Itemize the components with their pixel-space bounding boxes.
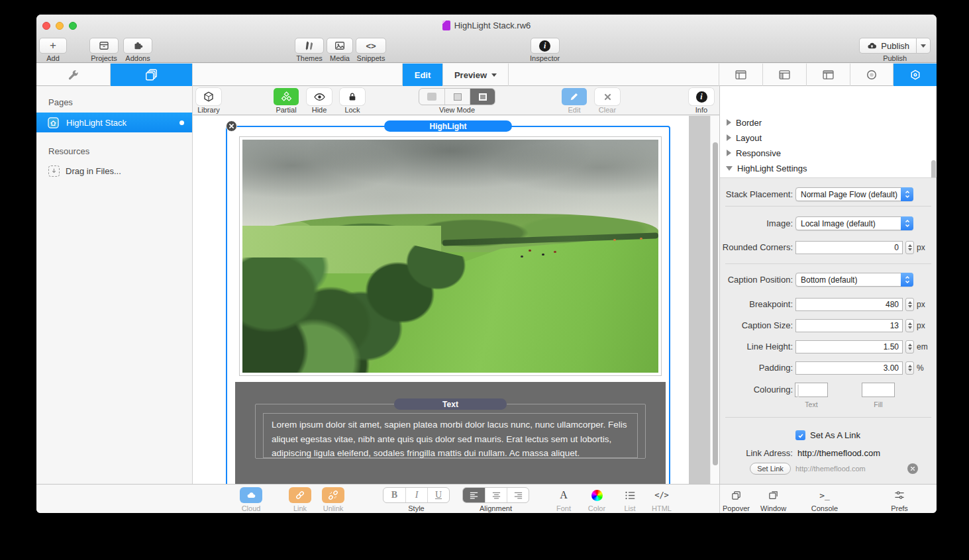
caption-section[interactable]: Text Lorem ipsum dolor sit amet, sapien … [235, 382, 666, 484]
breakpoint-input[interactable] [795, 298, 903, 311]
caption-text[interactable]: Lorem ipsum dolor sit amet, sapien plate… [263, 413, 638, 458]
editor: Library Partial Hide Lock [193, 86, 719, 484]
align-right-button[interactable] [507, 488, 529, 502]
highlight-stack-pill[interactable]: HighLight [384, 120, 512, 132]
list-button[interactable]: List [619, 487, 641, 512]
alignment-control: Alignment [462, 487, 529, 512]
font-button[interactable]: A Font [552, 487, 575, 512]
separator [725, 206, 931, 207]
align-center-button[interactable] [485, 488, 507, 502]
publish-button[interactable]: Publish [859, 38, 916, 54]
stack-image[interactable] [239, 136, 662, 376]
inspector-button[interactable]: i Inspector [530, 38, 560, 62]
clear-button[interactable]: Clear [595, 88, 620, 114]
canvas-scrollbar[interactable] [710, 116, 719, 484]
add-button[interactable]: + Add [39, 38, 67, 62]
stepper-control[interactable] [905, 361, 914, 375]
partial-button[interactable]: Partial [274, 88, 299, 114]
stepper-control[interactable] [905, 340, 914, 353]
align-left-button[interactable] [463, 488, 485, 502]
padding-input[interactable] [795, 361, 903, 375]
italic-button[interactable]: I [405, 488, 427, 502]
snippets-button[interactable]: <> Snippets [356, 38, 386, 62]
bold-button[interactable]: B [383, 488, 405, 502]
stacks-toolbar: Library Partial Hide Lock [193, 86, 719, 115]
landscape-photo [242, 140, 658, 373]
section-responsive[interactable]: Responsive [720, 146, 937, 160]
color-button[interactable]: Color [586, 487, 608, 512]
tab-inspector-layout-1[interactable] [719, 64, 763, 86]
tab-stacks[interactable] [111, 64, 193, 86]
title-bar[interactable]: HighLight Stack.rw6 [36, 15, 937, 36]
text-well-label: Text [795, 400, 828, 408]
view-mode-outline[interactable] [444, 89, 470, 105]
stack-placement-select[interactable]: Normal Page Flow (default) [795, 187, 913, 201]
list-icon [625, 490, 636, 500]
stepper-control[interactable] [905, 319, 914, 332]
breakpoint-row: Breakpoint: px [720, 297, 937, 311]
edit-content-button[interactable]: Edit [562, 88, 587, 114]
edit-canvas[interactable]: HighLight [193, 116, 719, 484]
main-area: Pages HighLight Stack Resources Drag in … [36, 86, 937, 484]
view-mode-borderless[interactable] [419, 89, 444, 105]
tab-inspector-settings[interactable] [893, 64, 937, 86]
rounded-corners-input[interactable] [795, 241, 903, 254]
caption-position-select[interactable]: Bottom (default) [795, 273, 913, 287]
themes-button[interactable]: Themes [295, 38, 324, 62]
section-border[interactable]: Border [720, 115, 937, 130]
lock-button[interactable]: Lock [340, 88, 365, 114]
themes-icon [303, 40, 315, 52]
photo-cow [613, 239, 616, 241]
cloud-button[interactable]: Cloud [240, 487, 262, 512]
tab-page-inspector[interactable] [36, 64, 111, 86]
photo-cow [542, 254, 544, 256]
fill-color-well[interactable] [862, 383, 895, 397]
set-link-row: Set Link http://themeflood.com [720, 461, 937, 475]
line-height-input[interactable] [795, 340, 903, 353]
drag-in-files[interactable]: Drag in Files... [48, 165, 121, 177]
underline-button[interactable]: U [427, 488, 449, 502]
view-mode-full[interactable] [470, 89, 495, 105]
tab-inspector-layout-2[interactable] [763, 64, 807, 86]
media-button[interactable]: Media [327, 38, 353, 62]
unsaved-dot [179, 120, 184, 125]
style-control: B I U Style [383, 487, 450, 512]
link-button[interactable]: Link [289, 487, 311, 512]
clear-link-button[interactable] [907, 463, 918, 474]
unlink-button[interactable]: Unlink [322, 487, 344, 512]
projects-button[interactable]: Projects [89, 38, 119, 62]
hide-button[interactable]: Hide [307, 88, 332, 114]
remove-stack-button[interactable] [226, 120, 237, 132]
separator [725, 417, 931, 418]
sidebar-item-highlight-stack[interactable]: HighLight Stack [36, 113, 192, 132]
caption-size-input[interactable] [795, 319, 903, 332]
tab-preview[interactable]: Preview [443, 64, 509, 86]
caption-size-row: Caption Size: px [720, 318, 937, 332]
window-button[interactable]: Window [760, 487, 786, 512]
tab-edit[interactable]: Edit [403, 64, 443, 86]
tab-inspector-layout-3[interactable] [807, 64, 850, 86]
set-as-link-checkbox[interactable] [795, 430, 805, 440]
stepper-control[interactable] [905, 241, 914, 254]
prefs-button[interactable]: Prefs [886, 487, 913, 512]
section-layout[interactable]: Layout [720, 130, 937, 145]
image-select[interactable]: Local Image (default) [795, 216, 913, 230]
info-button[interactable]: i Info [689, 88, 714, 114]
popup-chevrons-icon [901, 216, 913, 230]
screen: HighLight Stack.rw6 + Add Projects Addon… [0, 0, 969, 560]
popover-button[interactable]: Popover [723, 487, 750, 512]
addons-button[interactable]: Addons [123, 38, 152, 62]
stepper-control[interactable] [905, 298, 914, 311]
publish-dropdown-button[interactable] [916, 38, 931, 54]
html-button[interactable]: </> HTML [648, 487, 675, 512]
library-button[interactable]: Library [196, 88, 221, 114]
set-link-button[interactable]: Set Link [750, 463, 791, 475]
console-button[interactable]: >_ Console [810, 487, 839, 512]
tabstrip-spacer-left [193, 64, 403, 86]
tab-inspector-portal[interactable] [850, 64, 893, 86]
download-dashed-icon [48, 165, 60, 177]
text-color-well[interactable] [795, 383, 828, 397]
text-stack-pill[interactable]: Text [394, 398, 507, 410]
scrollbar-thumb[interactable] [713, 142, 718, 465]
section-highlight-settings[interactable]: HighLight Settings [720, 161, 937, 175]
